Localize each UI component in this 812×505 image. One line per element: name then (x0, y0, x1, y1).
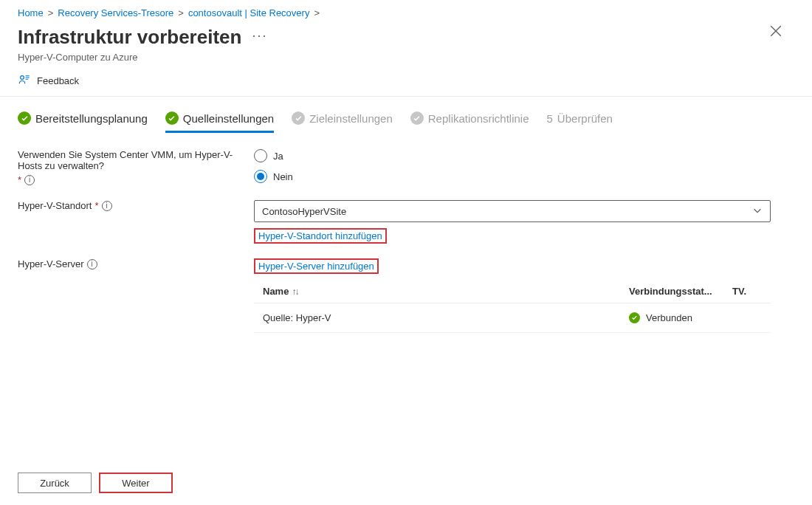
step-deployment-planning[interactable]: Bereitstellungsplanung (18, 111, 148, 133)
site-label: Hyper-V-Standort * i (18, 200, 254, 211)
add-site-link-highlight: Hyper-V-Standort hinzufügen (254, 228, 387, 244)
radio-icon (254, 149, 267, 162)
step-label: Replikationsrichtlinie (428, 112, 529, 125)
breadcrumb: Home > Recovery Services-Tresore > conto… (0, 0, 812, 21)
step-label: Zieleinstellungen (309, 112, 393, 125)
chevron-right-icon: > (178, 7, 184, 18)
chevron-right-icon: > (314, 7, 320, 18)
step-number: 5 (547, 112, 553, 125)
radio-yes[interactable]: Ja (254, 149, 293, 162)
required-indicator: * (18, 174, 21, 185)
sort-icon: ↑↓ (292, 286, 297, 297)
radio-icon (254, 170, 267, 183)
col-name-header[interactable]: Name ↑↓ (263, 286, 629, 297)
page-title: Infrastruktur vorbereiten (18, 26, 241, 49)
breadcrumb-current[interactable]: contosovault | Site Recovery (188, 7, 310, 18)
form-area: Verwenden Sie System Center VMM, um Hype… (0, 137, 812, 360)
next-button[interactable]: Weiter (99, 473, 173, 493)
server-table: Name ↑↓ Verbindungsstat... TV. Quelle: H… (254, 280, 771, 333)
table-header: Name ↑↓ Verbindungsstat... TV. (254, 280, 771, 303)
feedback-bar[interactable]: Feedback (0, 63, 812, 97)
info-icon[interactable]: i (24, 175, 35, 185)
cell-name: Quelle: Hyper-V (263, 312, 629, 323)
site-dropdown[interactable]: ContosoHyperVSite (254, 200, 771, 222)
step-review[interactable]: 5 Überprüfen (547, 112, 613, 133)
checkmark-icon (165, 111, 179, 125)
wizard-footer: Zurück Weiter (18, 473, 173, 493)
add-site-link[interactable]: Hyper-V-Standort hinzufügen (258, 230, 382, 241)
col-connection-header[interactable]: Verbindungsstat... (629, 286, 732, 297)
chevron-down-icon (752, 205, 763, 218)
server-label: Hyper-V-Server i (18, 258, 254, 269)
svg-point-0 (21, 76, 24, 80)
radio-no[interactable]: Nein (254, 170, 293, 183)
info-icon[interactable]: i (102, 201, 112, 211)
info-icon[interactable]: i (87, 259, 97, 269)
breadcrumb-vaults[interactable]: Recovery Services-Tresore (58, 7, 173, 18)
step-source-settings[interactable]: Quelleinstellungen (165, 111, 274, 133)
close-button[interactable] (769, 24, 790, 45)
cell-connection: Verbunden (629, 312, 732, 323)
checkmark-icon (18, 111, 31, 125)
step-replication-policy[interactable]: Replikationsrichtlinie (410, 111, 529, 133)
row-site: Hyper-V-Standort * i ContosoHyperVSite H… (18, 200, 794, 244)
checkmark-icon (410, 111, 424, 125)
step-label: Quelleinstellungen (183, 112, 274, 125)
feedback-label: Feedback (37, 75, 79, 86)
wizard-steps: Bereitstellungsplanung Quelleinstellunge… (0, 97, 812, 137)
back-button[interactable]: Zurück (18, 473, 92, 493)
checkmark-icon (292, 111, 305, 125)
page-subtitle: Hyper-V-Computer zu Azure (18, 52, 794, 63)
step-label: Bereitstellungsplanung (35, 112, 148, 125)
more-actions-button[interactable]: ··· (252, 28, 267, 44)
radio-label: Nein (273, 171, 293, 182)
row-server: Hyper-V-Server i Hyper-V-Server hinzufüg… (18, 258, 794, 333)
page-header: Infrastruktur vorbereiten ··· Hyper-V-Co… (0, 21, 812, 63)
add-server-link[interactable]: Hyper-V-Server hinzufügen (258, 261, 374, 272)
status-ok-icon (629, 312, 640, 323)
chevron-right-icon: > (48, 7, 54, 18)
site-selected-value: ContosoHyperVSite (262, 206, 346, 217)
feedback-icon (18, 73, 31, 89)
vmm-label: Verwenden Sie System Center VMM, um Hype… (18, 149, 254, 185)
step-label: Überprüfen (557, 112, 613, 125)
table-row[interactable]: Quelle: Hyper-V Verbunden (254, 303, 771, 333)
radio-label: Ja (273, 151, 283, 162)
step-target-settings[interactable]: Zieleinstellungen (292, 111, 393, 133)
required-indicator: * (94, 200, 98, 211)
col-tv-header[interactable]: TV. (732, 286, 762, 297)
row-vmm: Verwenden Sie System Center VMM, um Hype… (18, 149, 794, 185)
breadcrumb-home[interactable]: Home (18, 7, 44, 18)
add-server-link-highlight: Hyper-V-Server hinzufügen (254, 258, 379, 274)
